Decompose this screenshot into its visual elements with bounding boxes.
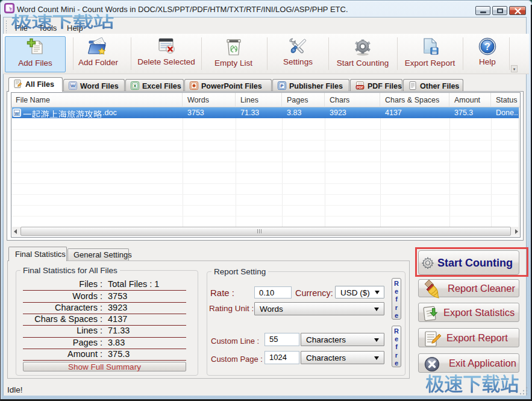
svg-text:w: w — [14, 110, 19, 116]
svg-text:P: P — [280, 83, 284, 89]
svg-text:W: W — [70, 83, 75, 89]
svg-text:X: X — [133, 83, 137, 89]
svg-text:?: ? — [484, 42, 490, 52]
svg-text:PDF: PDF — [357, 86, 364, 89]
